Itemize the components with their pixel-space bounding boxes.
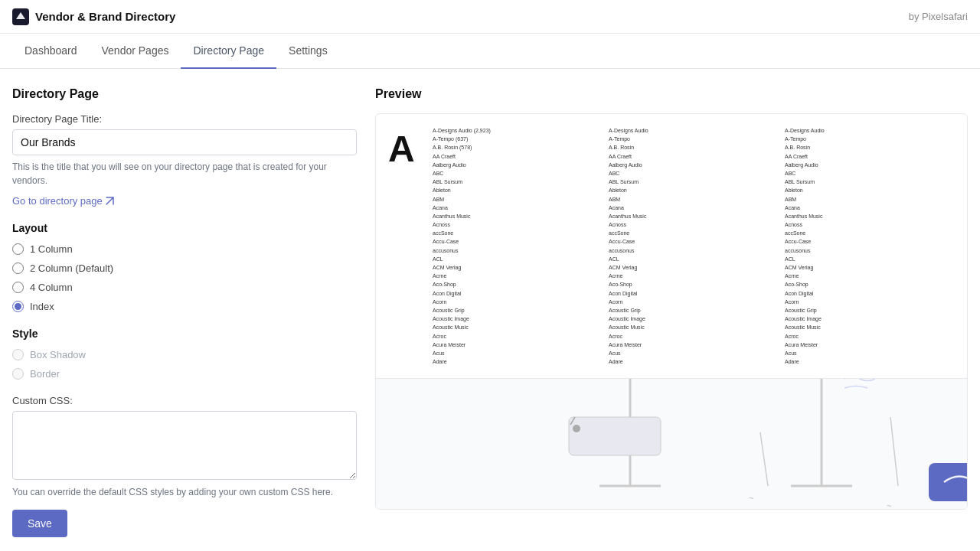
preview-item: Acorn [785,298,949,306]
preview-item: Accu-Case [609,237,773,246]
preview-item: Adare [433,357,596,366]
layout-index[interactable]: Index [12,301,357,312]
preview-item: Acoustic Grip [433,306,596,315]
preview-item: Acon Digital [433,289,596,298]
preview-item: AA Craeft [609,152,773,161]
preview-item: ABL Sursum [785,178,949,186]
preview-item: ABM [609,195,773,204]
preview-item: A.B. Rosin (578) [433,143,596,152]
layout-4col[interactable]: 4 Column [12,282,357,293]
preview-columns: A-Designs Audio (2,923)A-Tempo (637)A.B.… [426,126,955,366]
svg-text:~: ~ [749,494,753,503]
svg-line-20 [890,417,898,486]
layout-1col[interactable]: 1 Column [12,243,357,255]
app-branding: Vendor & Brand Directory [12,8,175,25]
app-logo [12,8,29,25]
preview-item: Aco-Shop [609,280,773,289]
preview-item: Acorn [433,298,596,306]
preview-item: ABC [609,169,773,178]
svg-text:~: ~ [887,501,891,509]
svg-line-17 [760,432,768,486]
preview-item: Acoustic Grip [609,306,773,315]
preview-item: Ableton [433,186,596,194]
preview-item: accSone [433,229,596,237]
preview-item: Acnoss [609,220,773,229]
nav-vendor-pages[interactable]: Vendor Pages [90,34,181,69]
field-hint: This is the title that you will see on y… [12,160,357,187]
preview-item: Acus [609,349,773,357]
preview-item: ABL Sursum [433,178,596,186]
preview-container: A A-Designs Audio (2,923)A-Tempo (637)A.… [375,113,968,510]
css-label: Custom CSS: [12,395,357,406]
preview-col-2: A-Designs AudioA-TempoA.B. RosinAA Craef… [603,126,779,366]
preview-item: Aalberg Audio [609,161,773,169]
preview-item: ACL [785,255,949,263]
preview-item: Acana [609,204,773,212]
save-button[interactable]: Save [12,510,67,537]
preview-item: Acon Digital [609,289,773,298]
preview-item: Acus [785,349,949,357]
field-label: Directory Page Title: [12,113,357,125]
preview-item: A-Tempo (637) [433,135,596,143]
directory-title-input[interactable] [12,129,357,155]
preview-item: Acrne [609,272,773,280]
preview-item: Acus [433,349,596,357]
style-section: Style Box Shadow Border [12,328,357,380]
preview-letter: A [388,126,426,366]
preview-item: AA Craeft [433,152,596,161]
nav-directory-page[interactable]: Directory Page [181,34,276,69]
preview-item: ABC [433,169,596,178]
preview-item: ABM [433,195,596,204]
preview-item: ABC [785,169,949,178]
svg-point-10 [573,425,580,432]
preview-item: Accu-Case [433,237,596,246]
main-nav: Dashboard Vendor Pages Directory Page Se… [0,34,980,69]
preview-item: Acon Digital [785,289,949,298]
preview-item: ABL Sursum [609,178,773,186]
preview-item: accSone [785,229,949,237]
preview-item: Acura Meister [609,341,773,349]
preview-item: A.B. Rosin [609,143,773,152]
top-bar: Vendor & Brand Directory by Pixelsafari [0,0,980,34]
preview-item: Acana [785,204,949,212]
go-to-directory-link[interactable]: Go to directory page [12,195,114,207]
preview-item: Acoustic Music [609,323,773,331]
style-border[interactable]: Border [12,368,357,380]
preview-item: Acura Meister [785,341,949,349]
preview-item: Acoustic Image [433,315,596,323]
style-box-shadow[interactable]: Box Shadow [12,349,357,360]
preview-item: Acoustic Music [433,323,596,331]
left-panel: Directory Page Directory Page Title: Thi… [12,87,357,537]
preview-col-3: A-Designs AudioA-TempoA.B. RosinAA Craef… [779,126,955,366]
nav-settings[interactable]: Settings [276,34,340,69]
preview-item: ACM Verlag [433,263,596,272]
svg-rect-16 [929,463,967,501]
layout-2col[interactable]: 2 Column (Default) [12,262,357,274]
nav-dashboard[interactable]: Dashboard [12,34,90,69]
preview-item: Aco-Shop [785,280,949,289]
preview-item: Acnoss [785,220,949,229]
preview-item: A-Designs Audio (2,923) [433,126,596,135]
preview-item: ACL [609,255,773,263]
preview-item: Aalberg Audio [433,161,596,169]
preview-item: accSone [609,229,773,237]
external-link-icon [106,197,114,205]
layout-options: 1 Column 2 Column (Default) 4 Column Ind… [12,243,357,312]
preview-item: Acanthus Music [433,212,596,220]
title-field-group: Directory Page Title: This is the title … [12,113,357,187]
custom-css-textarea[interactable] [12,411,357,480]
custom-css-section: Custom CSS: You can override the default… [12,395,357,497]
preview-item: A-Tempo [785,135,949,143]
preview-item: A-Designs Audio [785,126,949,135]
preview-col-1: A-Designs Audio (2,923)A-Tempo (637)A.B.… [426,126,603,366]
preview-item: Acoustic Image [785,315,949,323]
preview-item: Acorn [609,298,773,306]
preview-item: Acoustic Grip [785,306,949,315]
preview-item: Acroc [433,332,596,341]
preview-item: ACM Verlag [609,263,773,272]
preview-item: ABM [785,195,949,204]
preview-item: A-Tempo [609,135,773,143]
svg-marker-0 [16,12,25,19]
style-title: Style [12,328,357,340]
preview-item: Acura Meister [433,341,596,349]
